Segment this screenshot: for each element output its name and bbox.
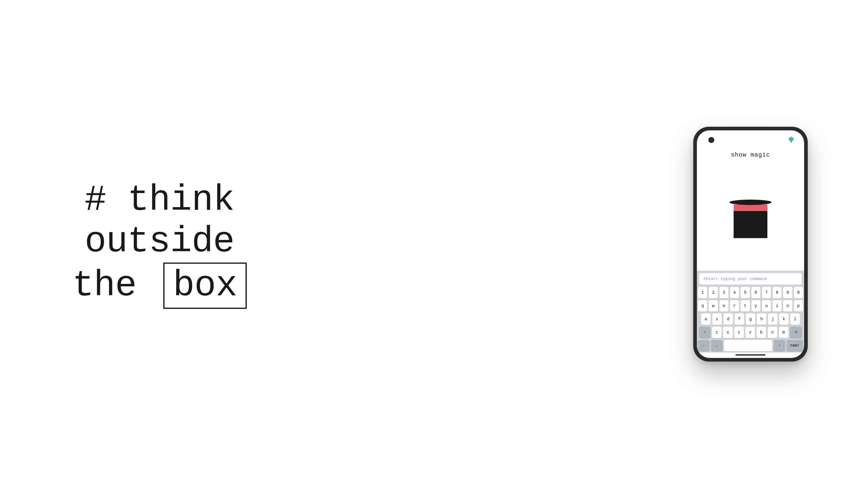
hat-band [734, 204, 767, 211]
keyboard-row-numbers: 1 2 3 4 5 6 7 8 9 0 [698, 287, 803, 298]
key-k[interactable]: k [779, 314, 789, 325]
app-title: show magic [731, 152, 770, 158]
tagline-line1: # think [72, 180, 247, 221]
svg-line-4 [789, 137, 789, 138]
key-0[interactable]: 0 [794, 287, 803, 298]
tagline-line2: outside [72, 221, 247, 262]
svg-line-5 [793, 137, 793, 138]
phone-mockup: show magic #Start typing your command [693, 127, 808, 362]
key-r[interactable]: r [730, 300, 739, 312]
key-j[interactable]: j [768, 314, 778, 325]
keyboard-row-bottom: - , : run! [698, 340, 803, 351]
backspace-key[interactable]: ⌫ [790, 327, 802, 338]
key-1[interactable]: 1 [698, 287, 707, 298]
tagline-block: # think outside the box [72, 180, 247, 309]
key-s[interactable]: s [712, 314, 722, 325]
key-p[interactable]: p [794, 300, 803, 312]
magic-hat-illustration [730, 170, 772, 268]
key-dash[interactable]: - [698, 340, 710, 351]
key-6[interactable]: 6 [751, 287, 761, 298]
key-i[interactable]: i [773, 300, 781, 312]
command-input[interactable]: #Start typing your command [699, 273, 802, 285]
space-key[interactable] [724, 340, 772, 351]
key-v[interactable]: v [745, 327, 755, 338]
run-button[interactable]: run! [787, 340, 803, 351]
key-3[interactable]: 3 [719, 287, 728, 298]
key-e[interactable]: e [719, 300, 728, 312]
key-7[interactable]: 7 [762, 287, 771, 298]
lightbulb-icon[interactable] [786, 135, 796, 145]
key-5[interactable]: 5 [741, 287, 750, 298]
key-y[interactable]: y [751, 300, 761, 312]
key-a[interactable]: a [701, 314, 711, 325]
key-b[interactable]: b [756, 327, 766, 338]
key-u[interactable]: u [762, 300, 771, 312]
key-l[interactable]: l [790, 314, 800, 325]
key-q[interactable]: q [698, 300, 707, 312]
keyboard-row-z: / z x c v b n m ⌫ [698, 327, 803, 338]
key-c[interactable]: c [734, 327, 744, 338]
hat-body [734, 211, 767, 238]
camera-hole [708, 137, 714, 143]
keyboard-row-a: a s d f g h j k l [698, 314, 803, 325]
key-x[interactable]: x [723, 327, 733, 338]
keyboard-area: #Start typing your command 1 2 3 4 5 6 7… [697, 271, 804, 353]
tagline-box: box [163, 262, 247, 309]
svg-rect-1 [790, 141, 792, 142]
svg-rect-2 [790, 142, 792, 142]
key-8[interactable]: 8 [773, 287, 781, 298]
keyboard-row-q: q w e r t y u i o p [698, 300, 803, 312]
key-g[interactable]: g [746, 314, 755, 325]
key-z[interactable]: z [712, 327, 721, 338]
command-placeholder: #Start typing your command [704, 276, 767, 281]
key-4[interactable]: 4 [730, 287, 739, 298]
key-d[interactable]: d [723, 314, 733, 325]
key-t[interactable]: t [741, 300, 750, 312]
key-h[interactable]: h [757, 314, 767, 325]
key-n[interactable]: n [768, 327, 777, 338]
key-9[interactable]: 9 [783, 287, 792, 298]
hat-brim [730, 200, 772, 205]
app-content-area: show magic [697, 130, 804, 271]
key-comma[interactable]: , [711, 340, 722, 351]
key-o[interactable]: o [783, 300, 792, 312]
keyboard: 1 2 3 4 5 6 7 8 9 0 q w [698, 287, 803, 351]
home-indicator [736, 354, 766, 356]
key-colon[interactable]: : [774, 340, 785, 351]
phone-outer-shell: show magic #Start typing your command [693, 127, 808, 362]
phone-screen: show magic #Start typing your command [697, 130, 804, 358]
key-w[interactable]: w [709, 300, 718, 312]
magic-hat [730, 200, 772, 238]
key-slash[interactable]: / [699, 327, 710, 338]
key-f[interactable]: f [735, 314, 744, 325]
key-2[interactable]: 2 [709, 287, 718, 298]
key-m[interactable]: m [779, 327, 788, 338]
tagline-the: the [72, 265, 136, 306]
tagline-line3: the box [72, 262, 247, 309]
svg-point-0 [789, 137, 793, 141]
